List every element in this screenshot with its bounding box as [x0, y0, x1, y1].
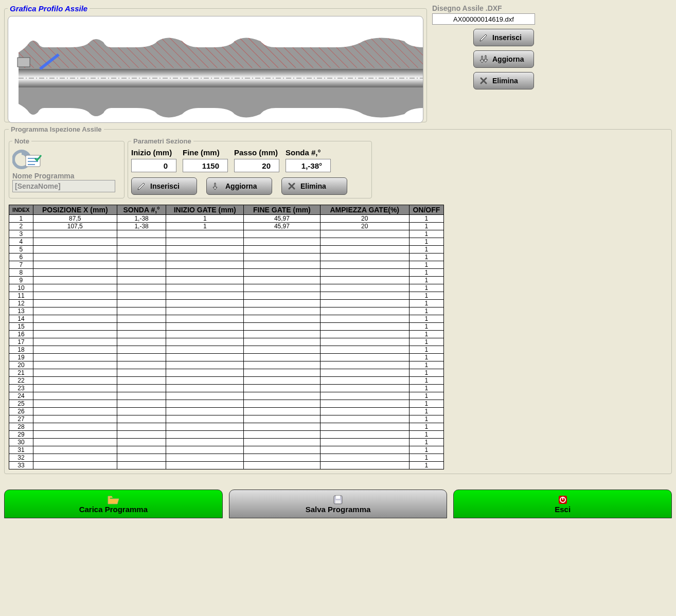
table-cell[interactable] — [166, 462, 244, 469]
table-cell[interactable] — [117, 253, 166, 261]
table-cell[interactable] — [244, 369, 321, 377]
fine-input[interactable] — [183, 159, 228, 172]
table-cell[interactable]: 1 — [409, 385, 443, 392]
table-cell[interactable] — [117, 269, 166, 277]
table-cell[interactable]: 1 — [409, 354, 443, 361]
table-cell[interactable] — [244, 400, 321, 408]
table-cell[interactable] — [320, 408, 409, 415]
table-cell[interactable] — [117, 423, 166, 431]
table-cell[interactable] — [33, 331, 117, 338]
table-cell[interactable] — [33, 300, 117, 307]
table-cell[interactable]: 20 — [320, 215, 409, 223]
dxf-filename-input[interactable] — [432, 13, 535, 25]
table-cell[interactable] — [33, 454, 117, 462]
table-cell[interactable] — [320, 246, 409, 253]
table-cell[interactable]: 21 — [9, 369, 33, 377]
table-cell[interactable]: 1 — [409, 454, 443, 462]
inspection-table[interactable]: INDEXPOSIZIONE X (mm)SONDA #,°INIZIO GAT… — [9, 205, 444, 469]
table-cell[interactable] — [166, 415, 244, 423]
table-cell[interactable] — [33, 415, 117, 423]
table-cell[interactable] — [117, 446, 166, 454]
table-cell[interactable] — [320, 338, 409, 346]
table-cell[interactable] — [244, 462, 321, 469]
table-cell[interactable]: 1,-38 — [117, 215, 166, 223]
table-cell[interactable] — [320, 400, 409, 408]
table-cell[interactable] — [166, 439, 244, 446]
table-cell[interactable]: 18 — [9, 346, 33, 354]
table-cell[interactable]: 1 — [409, 261, 443, 269]
table-row[interactable]: 171 — [9, 338, 444, 346]
table-cell[interactable] — [33, 292, 117, 300]
table-cell[interactable] — [33, 261, 117, 269]
table-cell[interactable]: 3 — [9, 230, 33, 238]
table-cell[interactable] — [117, 277, 166, 284]
table-cell[interactable] — [117, 400, 166, 408]
table-cell[interactable]: 1 — [409, 446, 443, 454]
table-cell[interactable]: 10 — [9, 284, 33, 292]
table-cell[interactable] — [33, 284, 117, 292]
table-cell[interactable] — [33, 346, 117, 354]
table-row[interactable]: 141 — [9, 315, 444, 323]
table-cell[interactable] — [244, 307, 321, 315]
table-cell[interactable] — [244, 323, 321, 331]
table-cell[interactable] — [166, 253, 244, 261]
table-cell[interactable] — [244, 338, 321, 346]
table-cell[interactable] — [117, 361, 166, 369]
inizio-input[interactable] — [131, 159, 176, 172]
table-cell[interactable] — [320, 277, 409, 284]
table-cell[interactable]: 26 — [9, 408, 33, 415]
table-cell[interactable] — [117, 431, 166, 439]
table-cell[interactable]: 7 — [9, 261, 33, 269]
table-cell[interactable] — [166, 408, 244, 415]
table-cell[interactable]: 1 — [409, 346, 443, 354]
esci-button[interactable]: Esci — [453, 490, 672, 518]
table-cell[interactable] — [320, 269, 409, 277]
table-cell[interactable] — [320, 323, 409, 331]
table-cell[interactable] — [33, 323, 117, 331]
table-cell[interactable]: 1 — [409, 215, 443, 223]
table-cell[interactable]: 1 — [409, 415, 443, 423]
table-cell[interactable]: 1 — [409, 400, 443, 408]
table-cell[interactable] — [117, 315, 166, 323]
dxf-elimina-button[interactable]: Elimina — [473, 72, 534, 89]
nome-programma-input[interactable] — [12, 180, 115, 192]
table-row[interactable]: 151 — [9, 323, 444, 331]
table-cell[interactable] — [166, 238, 244, 246]
table-cell[interactable] — [33, 377, 117, 385]
table-cell[interactable] — [244, 408, 321, 415]
table-cell[interactable] — [166, 300, 244, 307]
table-cell[interactable] — [166, 246, 244, 253]
table-cell[interactable] — [320, 361, 409, 369]
table-cell[interactable] — [33, 400, 117, 408]
table-cell[interactable] — [320, 315, 409, 323]
table-cell[interactable]: 25 — [9, 400, 33, 408]
table-cell[interactable]: 45,97 — [244, 215, 321, 223]
table-cell[interactable]: 1 — [409, 230, 443, 238]
table-cell[interactable] — [244, 315, 321, 323]
table-cell[interactable] — [33, 369, 117, 377]
table-cell[interactable] — [166, 261, 244, 269]
table-cell[interactable] — [33, 338, 117, 346]
table-row[interactable]: 191 — [9, 354, 444, 361]
notes-icon[interactable] — [12, 148, 43, 171]
table-cell[interactable] — [320, 307, 409, 315]
table-cell[interactable] — [117, 439, 166, 446]
table-cell[interactable] — [166, 269, 244, 277]
table-cell[interactable] — [244, 238, 321, 246]
table-cell[interactable]: 1 — [409, 300, 443, 307]
dxf-inserisci-button[interactable]: Inserisci — [473, 29, 534, 46]
table-cell[interactable]: 8 — [9, 269, 33, 277]
table-cell[interactable]: 1 — [409, 292, 443, 300]
table-cell[interactable] — [33, 354, 117, 361]
dxf-aggiorna-button[interactable]: Aggiorna — [473, 50, 534, 68]
table-cell[interactable] — [244, 331, 321, 338]
table-cell[interactable] — [166, 454, 244, 462]
table-cell[interactable] — [320, 439, 409, 446]
table-cell[interactable] — [33, 238, 117, 246]
table-cell[interactable] — [117, 323, 166, 331]
table-cell[interactable] — [33, 277, 117, 284]
table-cell[interactable]: 1 — [409, 315, 443, 323]
table-cell[interactable] — [244, 431, 321, 439]
param-aggiorna-button[interactable]: Aggiorna — [206, 177, 272, 195]
table-cell[interactable] — [320, 369, 409, 377]
